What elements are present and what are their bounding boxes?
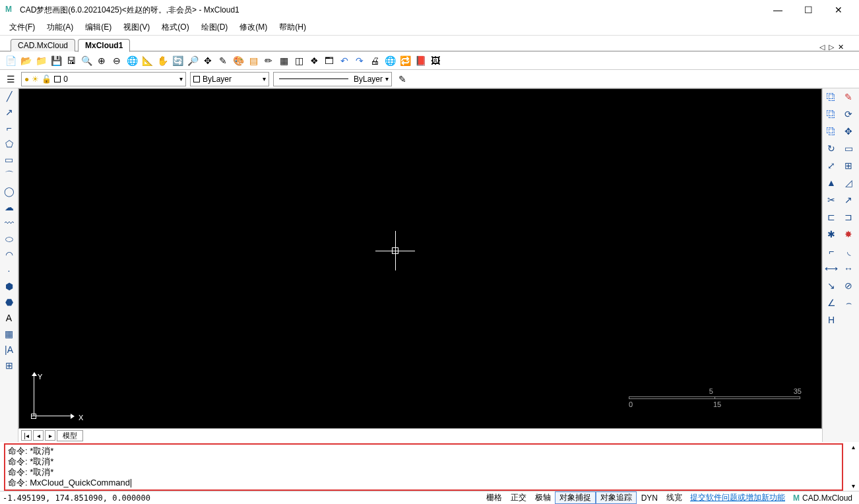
- layout-next-icon[interactable]: ▸: [45, 430, 55, 441]
- model-tab[interactable]: 模型: [57, 430, 83, 441]
- minimize-button[interactable]: ―: [763, 0, 793, 20]
- color-icon[interactable]: 🎨: [232, 54, 245, 67]
- find-icon[interactable]: 🔎: [186, 54, 199, 67]
- arc-icon[interactable]: ⌒: [3, 169, 16, 182]
- hatch-icon[interactable]: ▦: [3, 327, 16, 340]
- copyclip-icon[interactable]: ⿻: [825, 108, 838, 121]
- doc-tab-2[interactable]: MxCloud1: [78, 39, 130, 52]
- gradient-icon[interactable]: ▤: [247, 54, 260, 67]
- break-icon[interactable]: ⊏: [825, 210, 838, 224]
- dim-aligned-icon[interactable]: ↔: [842, 262, 855, 275]
- new-icon[interactable]: 📄: [4, 54, 17, 67]
- ellipse-arc-icon[interactable]: ◠: [3, 248, 16, 261]
- move-icon[interactable]: ✥: [201, 54, 214, 67]
- point-icon[interactable]: ·: [3, 264, 16, 277]
- dim-radius-icon[interactable]: ↘: [825, 279, 838, 292]
- close-button[interactable]: ✕: [823, 0, 854, 20]
- command-input-line[interactable]: 命令: MxCloud_QuickCommand: [8, 478, 839, 488]
- feedback-link[interactable]: 提交软件问题或增加新功能: [686, 492, 789, 503]
- status-dyn[interactable]: DYN: [637, 493, 662, 503]
- copy-icon[interactable]: ⿻: [825, 90, 838, 104]
- menu-draw[interactable]: 绘图(D): [199, 20, 231, 34]
- measure-angle-icon[interactable]: 📐: [141, 54, 154, 67]
- image-icon[interactable]: 🖼: [429, 54, 442, 67]
- text-icon[interactable]: A: [3, 311, 16, 325]
- status-otrack[interactable]: 对象追踪: [596, 491, 637, 504]
- scale-icon[interactable]: ▭: [842, 142, 855, 155]
- paste-icon[interactable]: ⿻: [825, 125, 838, 138]
- edit-icon[interactable]: ✎: [216, 54, 230, 67]
- mirror-icon[interactable]: ▲: [825, 176, 838, 189]
- status-ortho[interactable]: 正交: [506, 492, 530, 503]
- linetype-dropdown[interactable]: ByLayer ▾: [273, 72, 392, 86]
- offset-icon[interactable]: ⟳: [842, 108, 855, 121]
- block-icon[interactable]: ⬢: [3, 280, 16, 293]
- menu-modify[interactable]: 修改(M): [237, 20, 270, 34]
- circle-icon[interactable]: ◯: [3, 185, 16, 198]
- maximize-button[interactable]: ☐: [793, 0, 823, 20]
- layout-first-icon[interactable]: |◂: [21, 430, 32, 441]
- layer-icon[interactable]: ▦: [277, 54, 290, 67]
- status-lwt[interactable]: 线宽: [662, 492, 686, 503]
- spline-icon[interactable]: 〰: [3, 216, 16, 230]
- export-icon[interactable]: 🔁: [398, 54, 412, 67]
- open-icon[interactable]: 📂: [19, 54, 32, 67]
- menu-view[interactable]: 视图(V): [121, 20, 152, 34]
- print-icon[interactable]: 🖨: [368, 54, 381, 67]
- layout-prev-icon[interactable]: ◂: [33, 430, 44, 441]
- insert-icon[interactable]: ⬣: [3, 296, 16, 309]
- xline-icon[interactable]: ↗: [3, 106, 16, 119]
- rotate-icon[interactable]: ↻: [825, 142, 838, 155]
- regen-icon[interactable]: 🔄: [171, 54, 184, 67]
- select-similar-icon[interactable]: ◫: [292, 54, 305, 67]
- explode-icon[interactable]: ✸: [842, 228, 855, 241]
- status-osnap[interactable]: 对象捕捉: [555, 491, 596, 504]
- polygon-icon[interactable]: ⬠: [3, 137, 16, 150]
- zoom-in-icon[interactable]: ⊕: [95, 54, 108, 67]
- fillet-icon[interactable]: ◟: [842, 245, 855, 258]
- filter-icon[interactable]: ❖: [307, 54, 321, 67]
- table-icon[interactable]: ⊞: [3, 359, 16, 372]
- cmd-scroll-down-icon[interactable]: ▾: [847, 482, 859, 489]
- layer-dropdown[interactable]: ●☀🔓 0 ▾: [21, 72, 186, 86]
- status-grid[interactable]: 栅格: [482, 492, 506, 503]
- dim-diameter-icon[interactable]: ⊘: [842, 279, 855, 292]
- tab-next-icon[interactable]: ▷: [827, 43, 836, 51]
- tab-close-icon[interactable]: ✕: [836, 43, 846, 51]
- zoom-window-icon[interactable]: 🔍: [80, 54, 93, 67]
- chamfer-icon[interactable]: ⌐: [825, 245, 838, 258]
- menu-feature[interactable]: 功能(A): [44, 20, 76, 34]
- pdf-icon[interactable]: 📕: [414, 54, 427, 67]
- stretch-icon[interactable]: ⤢: [825, 159, 838, 172]
- line-icon[interactable]: ╱: [3, 90, 16, 103]
- array-icon[interactable]: ⊞: [842, 159, 855, 172]
- dim-linear-icon[interactable]: ⟷: [825, 262, 838, 275]
- highlight-icon[interactable]: ✏: [262, 54, 275, 67]
- layer-manager-icon[interactable]: ☰: [4, 73, 17, 86]
- rectangle-icon[interactable]: ▭: [3, 153, 16, 166]
- save-icon[interactable]: 💾: [49, 54, 63, 67]
- join-icon[interactable]: ✱: [825, 228, 838, 241]
- cmd-scroll-up-icon[interactable]: ▴: [847, 443, 859, 451]
- leader-icon[interactable]: H: [825, 313, 838, 327]
- redo-icon[interactable]: ↷: [353, 54, 366, 67]
- status-polar[interactable]: 极轴: [530, 492, 555, 503]
- break-point-icon[interactable]: ⊐: [842, 210, 855, 224]
- trim-icon[interactable]: ✂: [825, 193, 838, 206]
- mirror2-icon[interactable]: ◿: [842, 176, 855, 189]
- color-dropdown[interactable]: ByLayer ▾: [190, 72, 269, 86]
- properties-icon[interactable]: 🗔: [323, 54, 336, 67]
- zoom-out-icon[interactable]: ⊖: [110, 54, 123, 67]
- batch-print-icon[interactable]: 🌐: [383, 54, 397, 67]
- revcloud-icon[interactable]: ☁: [3, 201, 16, 214]
- erase-icon[interactable]: ✎: [842, 90, 855, 104]
- undo-icon[interactable]: ↶: [338, 54, 351, 67]
- move-mod-icon[interactable]: ✥: [842, 125, 855, 138]
- save-as-icon[interactable]: 🖫: [65, 54, 78, 67]
- polyline-icon[interactable]: ⌐: [3, 121, 16, 135]
- dim-angle-icon[interactable]: ∠: [825, 296, 838, 309]
- drawing-canvas[interactable]: Y X 5 35 0 15: [18, 88, 822, 429]
- zoom-extents-icon[interactable]: 🌐: [125, 54, 139, 67]
- tab-prev-icon[interactable]: ◁: [817, 43, 827, 51]
- menu-file[interactable]: 文件(F): [7, 20, 38, 34]
